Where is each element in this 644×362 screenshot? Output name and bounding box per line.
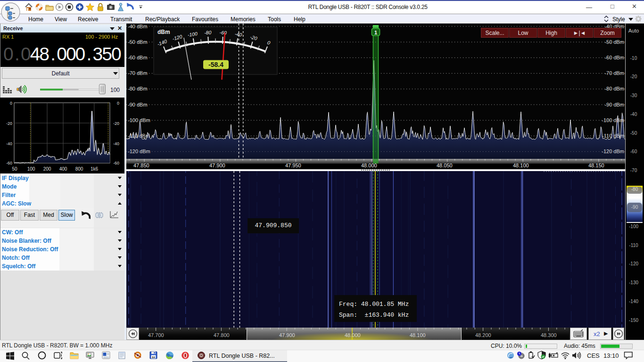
svg-text:0: 0 — [117, 101, 119, 106]
svg-text:400: 400 — [59, 166, 67, 172]
svg-text:-58.4: -58.4 — [208, 61, 223, 68]
svg-text:800: 800 — [75, 166, 83, 172]
svg-text:13:10: 13:10 — [603, 352, 619, 359]
svg-text:-40: -40 — [234, 31, 242, 37]
svg-text:-60: -60 — [219, 30, 227, 36]
svg-text:100: 100 — [27, 166, 35, 172]
svg-text:1k6: 1k6 — [91, 166, 99, 172]
svg-text:-60: -60 — [6, 161, 12, 165]
svg-text:0: 0 — [10, 101, 12, 106]
svg-text:200: 200 — [43, 166, 51, 172]
svg-text:1: 1 — [374, 30, 377, 35]
svg-text:-60: -60 — [113, 161, 119, 165]
svg-text:-80: -80 — [204, 30, 212, 36]
svg-text:-20: -20 — [113, 121, 119, 126]
svg-text:64: 64 — [152, 356, 155, 359]
svg-text:CES: CES — [587, 352, 600, 359]
svg-text:-20: -20 — [6, 121, 12, 126]
svg-text:-40: -40 — [6, 141, 12, 146]
svg-text:50: 50 — [12, 166, 17, 172]
svg-text:dBm: dBm — [157, 29, 170, 35]
svg-text:-40: -40 — [113, 141, 119, 146]
